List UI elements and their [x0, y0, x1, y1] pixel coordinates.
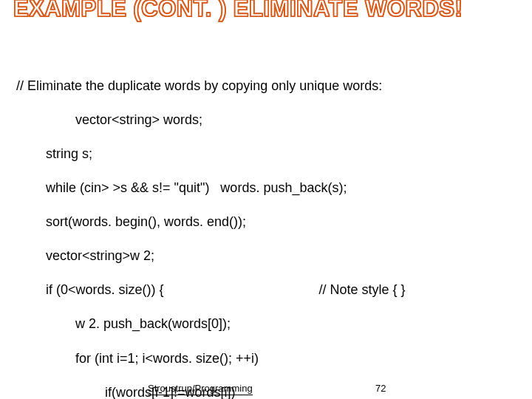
code-line: if(words[i-1]!=words[i]): [16, 384, 516, 399]
footer-credit-text: Stroustrup/Programming: [148, 383, 253, 395]
code-comment: // Note style { }: [319, 282, 406, 297]
footer-credit: Stroustrup/Programming: [148, 383, 253, 394]
code-block: // Eliminate the duplicate words by copy…: [16, 61, 516, 399]
code-line: sort(words. begin(), words. end());: [16, 214, 516, 231]
code-line: if (0<words. size()) {// Note style { }: [16, 282, 516, 299]
code-line: while (cin> >s && s!= "quit") words. pus…: [16, 180, 516, 197]
slide-title: EXAMPLE (CONT. ) ELIMINATE WORDS!: [13, 0, 519, 22]
code-line: vector<string> words;: [16, 112, 516, 129]
code-line: w 2. push_back(words[0]);: [16, 316, 516, 332]
code-line: for (int i=1; i<words. size(); ++i): [16, 350, 516, 367]
page-number: 72: [375, 383, 386, 394]
slide: EXAMPLE (CONT. ) ELIMINATE WORDS! // Eli…: [0, 0, 532, 399]
code-text: if (0<words. size()) {: [46, 282, 164, 297]
code-line: // Eliminate the duplicate words by copy…: [16, 78, 516, 95]
code-line: vector<string>w 2;: [16, 248, 516, 265]
code-line: string s;: [16, 146, 516, 163]
